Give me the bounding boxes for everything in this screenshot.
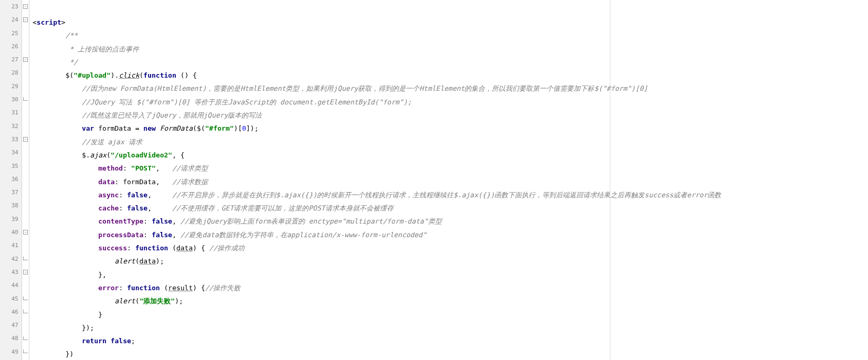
token-typ: alert xyxy=(115,297,135,305)
code-line[interactable]: async: false, //不开启异步，异步就是在执行到$.ajax({})… xyxy=(33,188,868,202)
token-jq: $ xyxy=(82,151,86,159)
token-op: ) { xyxy=(193,284,205,292)
code-line[interactable]: error: function (result) {//操作失败 xyxy=(33,281,868,294)
token-op: ) { xyxy=(193,244,209,252)
code-line[interactable]: return false; xyxy=(33,334,868,347)
token-cmt: //发送 ajax 请求 xyxy=(82,138,142,146)
code-line[interactable]: /** xyxy=(33,29,868,42)
token-op: }, xyxy=(98,271,107,279)
code-line[interactable]: * 上传按钮的点击事件 xyxy=(33,43,868,56)
code-line[interactable]: */ xyxy=(33,56,868,69)
fold-toggle-icon[interactable]: - xyxy=(23,230,28,235)
token-op: () { xyxy=(176,71,197,79)
token-cmt: //不开启异步，异步就是在执行到$.ajax({})的时候新开一个线程执行请求，… xyxy=(172,191,721,199)
token-op: , xyxy=(172,231,181,239)
code-line[interactable]: $.ajax("/uploadVideo2", { xyxy=(33,149,868,162)
code-line[interactable]: }); xyxy=(33,321,868,334)
token-op: : xyxy=(119,191,127,199)
token-op: ); xyxy=(175,297,183,305)
line-number: 49 xyxy=(0,345,18,358)
code-line[interactable]: contentType: false, //避免jQuery影响上面form表单… xyxy=(33,215,868,228)
token-kw: false xyxy=(127,191,147,199)
token-kw: return false xyxy=(82,337,131,345)
token-cmt: //既然这里已经导入了jQuery，那就用jQuery版本的写法 xyxy=(82,111,262,119)
token-op xyxy=(156,124,160,132)
token-op: ); xyxy=(156,257,164,265)
code-line[interactable]: alert("添加失败"); xyxy=(33,294,868,308)
code-line[interactable]: <script> xyxy=(33,16,868,29)
fold-toggle-icon[interactable]: - xyxy=(23,4,28,9)
code-line[interactable]: //发送 ajax 请求 xyxy=(33,135,868,149)
line-number: 32 xyxy=(0,120,18,133)
token-op: ). xyxy=(111,71,119,79)
fold-end-icon xyxy=(23,350,28,353)
code-line[interactable]: //JQuery 写法 $("#form")[0] 等价于原生JavaScrip… xyxy=(33,96,868,109)
token-cmt: //避免jQuery影响上面form表单设置的 enctype="multipa… xyxy=(181,217,442,225)
token-str: "POST" xyxy=(131,164,156,172)
token-op: > xyxy=(61,18,66,26)
line-number: 40 xyxy=(0,226,18,239)
line-number: 29 xyxy=(0,80,18,93)
code-line[interactable]: processData: false, //避免data数据转化为字符串，在ap… xyxy=(33,228,868,241)
token-op: : xyxy=(143,231,152,239)
fold-end-icon xyxy=(23,97,28,101)
token-op: ( xyxy=(107,151,111,159)
code-line[interactable]: //因为new FormData(HtmlElement)，需要的是HtmlEl… xyxy=(33,82,868,95)
token-str: "/uploadVideo2" xyxy=(111,151,172,159)
code-line[interactable]: success: function (data) { //操作成功 xyxy=(33,241,868,255)
code-line[interactable]: alert(data); xyxy=(33,255,868,268)
line-number: 26 xyxy=(0,40,18,53)
code-line[interactable]: var formData = new FormData($("#form")[0… xyxy=(33,122,868,135)
token-str: "#upload" xyxy=(73,71,110,79)
code-line[interactable]: //既然这里已经导入了jQuery，那就用jQuery版本的写法 xyxy=(33,109,868,122)
token-attr: method xyxy=(98,164,123,172)
code-line[interactable]: cache: false, //不使用缓存，GET请求需要可以加，这里的POST… xyxy=(33,202,868,215)
line-number: 47 xyxy=(0,319,18,332)
token-kw: false xyxy=(152,217,172,225)
code-line[interactable]: method: "POST", //请求类型 xyxy=(33,162,868,175)
line-number: 23 xyxy=(0,0,18,13)
token-op: ( xyxy=(193,124,197,132)
line-number: 34 xyxy=(0,146,18,159)
fold-toggle-icon[interactable]: - xyxy=(23,57,28,62)
code-line[interactable]: data: formData, //请求数据 xyxy=(33,175,868,188)
line-number: 45 xyxy=(0,292,18,305)
fold-toggle-icon[interactable]: - xyxy=(23,270,28,274)
line-number: 41 xyxy=(0,239,18,252)
token-op: ( xyxy=(201,124,205,132)
token-id: formData xyxy=(123,178,156,186)
token-attr: async xyxy=(98,191,119,199)
token-attr: processData xyxy=(98,231,143,239)
token-op: ( xyxy=(168,244,176,252)
token-id: result xyxy=(168,284,193,292)
token-op: , xyxy=(156,178,172,186)
token-kw: false xyxy=(152,231,172,239)
token-cmt: //请求数据 xyxy=(172,178,208,186)
token-op: , xyxy=(147,191,172,199)
line-number: 38 xyxy=(0,199,18,212)
code-line[interactable]: } xyxy=(33,308,868,321)
token-cmt: //操作失败 xyxy=(205,284,241,292)
code-line[interactable]: }, xyxy=(33,268,868,281)
line-number: 25 xyxy=(0,27,18,40)
token-op: . xyxy=(86,151,90,159)
line-number: 27 xyxy=(0,53,18,66)
code-line[interactable]: $("#upload").click(function () { xyxy=(33,69,868,82)
token-id: data xyxy=(140,257,156,265)
token-kw: function xyxy=(143,71,176,79)
token-kw: new xyxy=(143,124,155,132)
token-op: : xyxy=(119,204,127,212)
token-str: "添加失败" xyxy=(140,297,175,305)
code-line[interactable]: }) xyxy=(33,347,868,360)
token-attr: cache xyxy=(98,204,119,212)
fold-toggle-icon[interactable]: - xyxy=(23,137,28,142)
code-editor-area[interactable]: <script> /** * 上传按钮的点击事件 */ $("#upload")… xyxy=(29,0,868,360)
token-op: : xyxy=(115,178,123,186)
line-number: 28 xyxy=(0,66,18,79)
fold-toggle-icon[interactable]: - xyxy=(23,17,28,22)
token-op: ]); xyxy=(246,124,258,132)
token-op: = xyxy=(131,124,143,132)
token-op: , { xyxy=(172,151,184,159)
token-op: , xyxy=(172,217,181,225)
token-str: "#form" xyxy=(205,124,234,132)
